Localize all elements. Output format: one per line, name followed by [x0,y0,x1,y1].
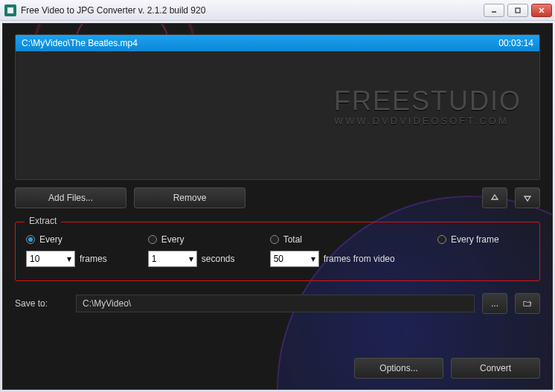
arrow-up-icon [490,193,499,202]
move-down-button[interactable] [515,187,540,208]
select-total-frames[interactable]: 50 ▾ [270,251,319,267]
file-list[interactable]: C:\MyVideo\The Beatles.mp4 00:03:14 FREE… [15,34,540,180]
options-button[interactable]: Options... [354,358,443,379]
chevron-down-icon: ▾ [67,254,71,264]
unit-label: frames from video [324,254,395,264]
radio-total-frames[interactable] [270,235,279,244]
option-every-n-seconds: Every 1 ▾ seconds [148,234,263,267]
brand-watermark: FREESTUDIO WWW.DVDVIDEOSOFT.COM [334,86,522,126]
extract-legend: Extract [25,216,61,226]
save-to-label: Save to: [15,298,68,309]
option-every-frame: Every frame [437,234,529,245]
option-total-frames: Total 50 ▾ frames from video [270,234,430,267]
file-path: C:\MyVideo\The Beatles.mp4 [22,38,138,48]
window-title: Free Video to JPG Converter v. 2.1.2 bui… [21,5,484,16]
open-folder-button[interactable] [515,293,540,314]
option-label: Every frame [451,234,499,245]
open-folder-icon [523,299,532,308]
option-every-n-frames: Every 10 ▾ frames [26,234,141,267]
file-duration: 00:03:14 [498,38,533,48]
unit-label: frames [80,254,107,264]
select-every-n-frames[interactable]: 10 ▾ [26,251,75,267]
select-every-n-seconds[interactable]: 1 ▾ [148,251,197,267]
radio-every-frame[interactable] [437,235,446,244]
svg-rect-0 [7,7,13,13]
radio-every-n-seconds[interactable] [148,235,157,244]
extract-fieldset: Extract Every 10 ▾ frames [15,222,540,281]
remove-button[interactable]: Remove [134,187,246,208]
select-value: 1 [152,254,157,264]
select-value: 10 [30,254,39,264]
unit-label: seconds [202,254,235,264]
select-value: 50 [274,254,283,264]
file-list-item[interactable]: C:\MyVideo\The Beatles.mp4 00:03:14 [16,35,539,51]
option-label: Total [283,234,302,245]
chevron-down-icon: ▾ [311,254,315,264]
move-up-button[interactable] [482,187,507,208]
chevron-down-icon: ▾ [189,254,193,264]
svg-rect-2 [516,8,520,13]
radio-every-n-frames[interactable] [26,235,35,244]
close-button[interactable] [531,4,552,17]
brand-subtitle: WWW.DVDVIDEOSOFT.COM [334,115,522,126]
app-icon [4,4,16,16]
save-path-input[interactable] [76,295,475,312]
browse-button[interactable]: ... [482,293,507,314]
option-label: Every [39,234,62,245]
minimize-button[interactable] [484,4,504,17]
convert-button[interactable]: Convert [451,358,540,379]
option-label: Every [161,234,185,245]
maximize-button[interactable] [507,4,528,17]
titlebar: Free Video to JPG Converter v. 2.1.2 bui… [0,0,555,21]
arrow-down-icon [523,193,532,202]
add-files-button[interactable]: Add Files... [15,187,126,208]
brand-title: FREESTUDIO [334,86,522,117]
